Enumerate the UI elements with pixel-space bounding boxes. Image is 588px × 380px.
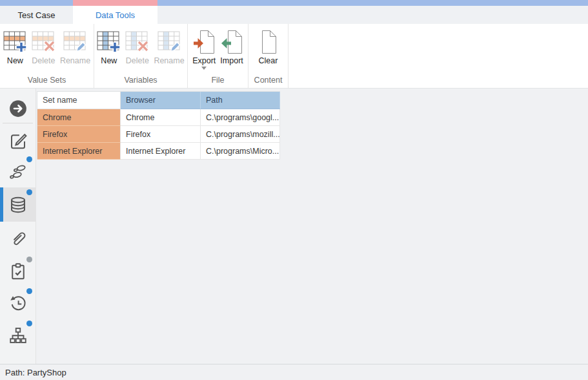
sidebar-item-edit[interactable] [0,124,36,158]
export-button[interactable]: Export [190,28,218,73]
variables-delete-button[interactable]: Delete [123,28,151,66]
column-header-browser[interactable]: Browser [121,92,201,109]
ribbon-group-content: Clear Content [248,24,289,88]
data-cell[interactable]: Firefox [121,126,201,143]
database-icon [8,195,28,215]
column-header-path[interactable]: Path [201,92,280,109]
data-cell[interactable]: Chrome [121,109,201,126]
group-label-variables: Variables [94,76,187,85]
button-label: Delete [32,56,55,65]
notification-dot [26,321,32,326]
sitemap-icon [8,326,28,345]
column-add-icon [97,28,121,56]
ribbon: New [0,24,588,89]
history-clock-icon [8,293,28,313]
set-name-cell[interactable]: Firefox [37,126,121,143]
table-add-icon [3,28,27,56]
active-tab-accent [73,0,157,6]
clear-button[interactable]: Clear [257,28,280,66]
main-content: Set nameBrowserPathChromeChromeC.\progra… [0,89,588,364]
button-label: Rename [154,56,184,65]
footprints-icon [8,162,28,180]
ribbon-group-value-sets: New [0,24,94,88]
table-row: FirefoxFirefoxC.\programs\mozill... [37,126,280,143]
table-rename-icon [63,28,87,56]
button-label: New [101,56,117,65]
notification-dot [26,189,32,195]
data-cell[interactable]: C.\programs\googl... [201,109,280,126]
column-delete-icon [125,28,149,56]
notification-dot [26,288,32,294]
status-bar: Path: PartyShop [0,364,588,380]
column-rename-icon [157,28,181,56]
set-name-cell[interactable]: Chrome [37,109,121,126]
table-row: Internet ExplorerInternet ExplorerC.\pro… [37,143,280,160]
data-cell[interactable]: C.\programs\mozill... [201,126,280,143]
tab-bar: Test Case Data Tools [0,6,588,24]
group-label-file: File [188,76,248,85]
document-export-icon [193,28,215,56]
tab-data-tools[interactable]: Data Tools [73,6,157,24]
status-path-text: Path: PartyShop [5,368,66,377]
sidebar-item-attachments[interactable] [0,222,36,255]
table-delete-icon [32,28,56,56]
sidebar-item-go[interactable] [0,92,36,125]
tab-test-case[interactable]: Test Case [0,6,73,24]
data-cell[interactable]: Internet Explorer [121,143,201,160]
button-label: Delete [126,56,149,65]
sidebar-item-checklist[interactable] [0,255,36,288]
button-label: Export [192,56,216,65]
ribbon-group-file: Export Import File [188,24,248,88]
button-label: Rename [60,56,90,65]
sidebar-item-structure[interactable] [0,319,36,352]
ribbon-group-variables: New [94,24,188,88]
sidebar-item-steps[interactable] [0,154,36,188]
sidebar-item-data-sets[interactable] [0,187,36,222]
notification-dot [26,257,32,262]
clipboard-check-icon [8,262,28,281]
value-sets-delete-button[interactable]: Delete [30,28,57,66]
button-label: New [7,56,23,65]
sidebar-separator [3,123,33,123]
column-header-set-name[interactable]: Set name [37,92,121,109]
edit-pencil-icon [8,131,28,151]
sidebar-item-history[interactable] [0,286,36,320]
value-set-table: Set nameBrowserPathChromeChromeC.\progra… [37,91,280,160]
group-label-content: Content [248,76,288,85]
variables-new-button[interactable]: New [95,28,123,66]
navigation-sidebar [0,89,36,364]
value-sets-rename-button[interactable]: Rename [58,28,92,66]
variables-rename-button[interactable]: Rename [152,28,186,66]
notification-dot [26,156,32,162]
button-label: Import [220,56,243,65]
document-import-icon [221,28,243,56]
set-name-cell[interactable]: Internet Explorer [37,143,121,160]
document-clear-icon [259,28,277,56]
value-sets-new-button[interactable]: New [1,28,29,66]
import-button[interactable]: Import [218,28,245,73]
button-label: Clear [259,56,278,65]
group-label-value-sets: Value Sets [0,76,94,85]
export-dropdown-arrow-icon[interactable] [201,67,207,72]
data-cell[interactable]: C.\programs\Micro... [201,143,280,160]
paperclip-icon [8,229,28,248]
arrow-circle-icon [8,99,28,118]
table-row: ChromeChromeC.\programs\googl... [37,109,280,126]
